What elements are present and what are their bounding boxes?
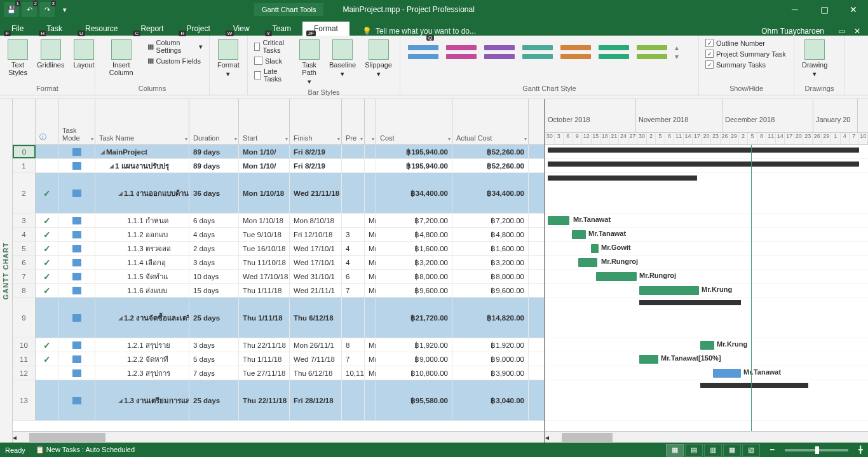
minimize-button[interactable]: ─: [780, 0, 810, 19]
contextual-tab-label: Gantt Chart Tools: [254, 3, 323, 16]
gantt-bar-label: Mr.Tanawat: [743, 368, 781, 376]
gantt-chart-side-label: GANTT CHART: [0, 99, 13, 443]
user-name[interactable]: Ohm Tuaycharoen: [761, 27, 824, 36]
table-row[interactable]: 7✓1.1.5 จัดทำแ10 daysWed 17/10/18Wed 31/…: [13, 270, 544, 284]
view-resource-sheet-button[interactable]: ▦: [723, 444, 741, 457]
gantt-day-header: 18: [600, 133, 610, 144]
summary-tasks-checkbox[interactable]: ✓Summary Tasks: [704, 60, 787, 69]
tell-me-label: Tell me what you want to do...: [376, 27, 476, 36]
table-row[interactable]: 3✓1.1.1 กำหนด6 daysMon 1/10/18Mon 8/10/1…: [13, 214, 544, 228]
zoom-in-button[interactable]: ╋: [858, 446, 863, 454]
late-tasks-checkbox[interactable]: Late Tasks: [253, 67, 292, 83]
gantt-day-header: 23: [803, 133, 813, 144]
col-predecessors[interactable]: Pre▾: [342, 99, 365, 144]
table-row[interactable]: 4✓1.1.2 ออกแบ4 daysTue 9/10/18Fri 12/10/…: [13, 228, 544, 242]
gantt-scrollbar-h[interactable]: ◂: [545, 431, 868, 443]
col-task-name[interactable]: Task Name▾: [95, 99, 189, 144]
gantt-bar[interactable]: [596, 272, 637, 281]
critical-tasks-checkbox[interactable]: Critical Tasks: [253, 38, 292, 55]
gantt-bar[interactable]: [548, 162, 859, 167]
insert-column-button[interactable]: Insert Column: [100, 38, 142, 78]
text-styles-button[interactable]: Text Styles: [5, 38, 31, 78]
gantt-bar[interactable]: [639, 286, 699, 295]
table-row[interactable]: 13◢1.3 งานเตรียมการและประชุมเพื่อ25 days…: [13, 380, 544, 421]
col-actual-cost[interactable]: Actual Cost▾: [452, 99, 529, 144]
tab-report[interactable]: ReportC: [129, 22, 175, 36]
custom-fields-button[interactable]: ▦ Custom Fields: [146, 56, 204, 65]
col-task-mode[interactable]: Task Mode▾: [58, 99, 95, 144]
zoom-slider[interactable]: [785, 449, 848, 451]
tab-file[interactable]: FileF: [0, 22, 35, 36]
baseline-button[interactable]: Baseline ▾: [327, 38, 358, 79]
table-row[interactable]: 8✓1.1.6 ส่งแบบ15 daysThu 1/11/18Wed 21/1…: [13, 284, 544, 298]
gantt-bar[interactable]: [700, 383, 808, 388]
col-indicators[interactable]: ⓘ: [36, 99, 58, 144]
gantt-month-header: November 2018: [636, 99, 722, 132]
close-button[interactable]: ✕: [839, 0, 868, 19]
view-task-usage-button[interactable]: ▤: [685, 444, 703, 457]
today-line: [751, 145, 752, 431]
tab-resource[interactable]: ResourceU: [74, 22, 129, 36]
qat-more-button[interactable]: ▾: [57, 2, 72, 17]
project-summary-checkbox[interactable]: ✓Project Summary Task: [704, 49, 787, 59]
quick-access-toolbar: 💾1 ↶2 ↷3 ▾: [0, 2, 76, 17]
gantt-bar[interactable]: [548, 216, 569, 225]
tab-project[interactable]: ProjectR: [175, 22, 221, 36]
gantt-bar[interactable]: [639, 355, 658, 364]
col-finish[interactable]: Finish▾: [290, 99, 342, 144]
gantt-bar[interactable]: [639, 300, 741, 305]
gantt-bar[interactable]: [591, 244, 599, 253]
table-row[interactable]: 11✓1.2.2 จัดหาที5 daysThu 1/11/18Wed 7/1…: [13, 352, 544, 366]
gantt-day-header: 8: [757, 133, 767, 144]
tell-me-search[interactable]: 💡 Tell me what you want to do... Q: [362, 27, 487, 36]
tab-format[interactable]: FormatJF: [302, 22, 349, 36]
view-team-planner-button[interactable]: ▥: [704, 444, 722, 457]
ribbon-display-button[interactable]: ▭: [838, 27, 845, 36]
maximize-button[interactable]: ▢: [810, 0, 839, 19]
gridlines-button[interactable]: Gridlines: [34, 38, 67, 70]
format-button[interactable]: Format ▾: [215, 38, 242, 79]
slack-checkbox[interactable]: Slack: [253, 56, 292, 65]
slippage-button[interactable]: Slippage ▾: [362, 38, 395, 79]
table-row[interactable]: 10✓1.2.1 สรุปราย3 daysThu 22/11/18Mon 26…: [13, 338, 544, 352]
gantt-bar[interactable]: [572, 230, 586, 239]
tab-team[interactable]: TeamY: [261, 22, 302, 36]
drawing-button[interactable]: Drawing ▾: [799, 38, 830, 79]
gantt-bar[interactable]: [578, 258, 597, 267]
col-duration[interactable]: Duration▾: [189, 99, 239, 144]
tab-task[interactable]: TaskH: [35, 22, 74, 36]
layout-button[interactable]: Layout: [71, 38, 97, 70]
gantt-day-header: 10: [859, 133, 868, 144]
collapse-ribbon-button[interactable]: ✕: [854, 27, 860, 36]
table-row[interactable]: 5✓1.1.3 ตรวจสอ2 daysTue 16/10/18Wed 17/1…: [13, 242, 544, 256]
task-path-button[interactable]: Task Path ▾: [295, 38, 323, 87]
qat-undo-button[interactable]: ↶2: [22, 2, 37, 17]
qat-redo-button[interactable]: ↷3: [39, 2, 55, 17]
zoom-out-button[interactable]: ━: [770, 446, 775, 454]
column-settings-button[interactable]: ▦ Column Settings ▾: [146, 38, 204, 55]
gantt-day-header: 9: [573, 133, 583, 144]
table-row[interactable]: 0◢MainProject89 daysMon 1/10/Fri 8/2/19฿…: [13, 145, 544, 159]
gantt-bar[interactable]: [548, 148, 859, 153]
tab-view[interactable]: ViewW: [222, 22, 261, 36]
table-row[interactable]: 1◢1 แผนงานปรับปรุ89 daysMon 1/10/Fri 8/2…: [13, 159, 544, 173]
qat-save-button[interactable]: 💾1: [4, 2, 19, 17]
table-row[interactable]: 2✓◢1.1 งานออกแบบด้าน36 daysMon 1/10/18We…: [13, 173, 544, 214]
title-bar: 💾1 ↶2 ↷3 ▾ Gantt Chart Tools MainProject…: [0, 0, 868, 19]
gantt-bar[interactable]: [713, 369, 741, 378]
col-start[interactable]: Start▾: [239, 99, 290, 144]
grid-scrollbar-h[interactable]: ◂: [13, 431, 544, 443]
view-report-button[interactable]: ▧: [742, 444, 760, 457]
gantt-day-header: 2: [647, 133, 656, 144]
col-resources[interactable]: ▾: [365, 99, 376, 144]
outline-number-checkbox[interactable]: ✓Outline Number: [704, 38, 787, 48]
gantt-style-gallery[interactable]: ▴▾: [405, 38, 681, 66]
col-cost[interactable]: Cost▾: [376, 99, 452, 144]
view-gantt-button[interactable]: ▦: [666, 444, 684, 457]
table-row[interactable]: 9◢1.2 งานจัดซื้อและเตรียม25 daysThu 1/11…: [13, 298, 544, 338]
gantt-bar[interactable]: [548, 176, 697, 181]
table-row[interactable]: 121.2.3 สรุปการ7 daysTue 27/11/18Thu 6/1…: [13, 366, 544, 380]
gantt-bar[interactable]: [700, 341, 714, 350]
table-row[interactable]: 6✓1.1.4 เลือกอุ3 daysThu 11/10/18Wed 17/…: [13, 256, 544, 270]
gantt-day-header: 29: [822, 133, 831, 144]
